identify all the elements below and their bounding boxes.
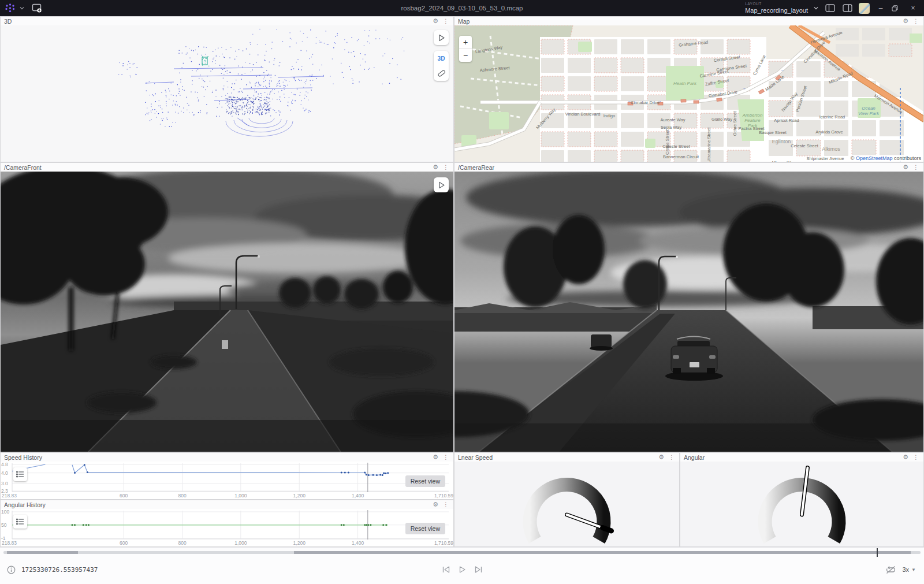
- seek-end-button[interactable]: [474, 566, 483, 574]
- x-axis-tick-label: 600: [120, 493, 128, 499]
- data-point-marker: [348, 472, 349, 474]
- panel-map-body[interactable]: ←→→→←→ Langtons WayAshmore StreetMulberr…: [454, 25, 923, 162]
- scrubber-playhead[interactable]: [877, 548, 878, 557]
- layout-chevron-down-icon[interactable]: [814, 6, 818, 10]
- settings-gear-icon[interactable]: ⚙: [658, 454, 664, 460]
- park-label: Ocean: [862, 106, 875, 111]
- kebab-menu-icon[interactable]: ⋮: [443, 165, 449, 170]
- settings-gear-icon[interactable]: ⚙: [433, 501, 438, 508]
- data-point-marker: [385, 473, 386, 474]
- kebab-menu-icon[interactable]: ⋮: [443, 18, 449, 24]
- app-logo-menu[interactable]: [5, 2, 16, 14]
- chevron-down-icon[interactable]: [20, 6, 24, 10]
- kebab-menu-icon[interactable]: ⋮: [913, 18, 919, 24]
- kebab-menu-icon[interactable]: ⋮: [443, 455, 449, 460]
- data-point-marker: [341, 472, 342, 474]
- street-label: Viridian Boulevard: [565, 111, 601, 117]
- panel-3d-body[interactable]: 3D: [1, 25, 453, 162]
- panel-camera-rear-header[interactable]: /CameraRear ⚙ ⋮: [454, 163, 923, 172]
- reset-view-button[interactable]: Reset view: [405, 523, 445, 534]
- interact-tool-button[interactable]: [434, 30, 449, 45]
- panel-3d-header[interactable]: 3D ⚙ ⋮: [1, 17, 453, 25]
- data-point-marker: [382, 474, 383, 476]
- plot-legend-button[interactable]: [13, 515, 27, 529]
- kebab-menu-icon[interactable]: ⋮: [443, 502, 449, 508]
- settings-gear-icon[interactable]: ⚙: [433, 18, 438, 24]
- ruler-icon: [437, 69, 445, 77]
- map-zoom-in-button[interactable]: +: [459, 36, 472, 49]
- panel-title: Lnear Speed: [454, 454, 493, 461]
- data-point-marker: [88, 524, 90, 526]
- street-label: Icterine Road: [819, 114, 845, 120]
- panel-angular-gauge-header[interactable]: Angular ⚙ ⋮: [680, 453, 923, 462]
- kebab-menu-icon[interactable]: ⋮: [669, 455, 675, 460]
- panel-camera-rear-body[interactable]: [454, 172, 923, 452]
- settings-gear-icon[interactable]: ⚙: [903, 18, 908, 24]
- panel-linear-speed-header[interactable]: Lnear Speed ⚙ ⋮: [454, 453, 679, 462]
- map-building: [717, 98, 722, 102]
- panel-camera-rear: /CameraRear ⚙ ⋮: [454, 162, 924, 452]
- settings-gear-icon[interactable]: ⚙: [433, 454, 438, 460]
- data-point-marker: [343, 524, 345, 526]
- settings-gear-icon[interactable]: ⚙: [903, 454, 908, 460]
- panel-title: Angular History: [1, 501, 46, 508]
- panel-title: /CameraFront: [1, 164, 42, 171]
- window-close-button[interactable]: ×: [908, 4, 918, 12]
- data-point-marker: [382, 524, 384, 526]
- data-point-marker: [87, 471, 88, 473]
- data-point-marker: [367, 524, 369, 526]
- data-point-marker: [344, 472, 346, 474]
- panel-title: 3D: [1, 18, 12, 25]
- x-axis-tick-label: 1,200: [293, 493, 306, 499]
- x-axis-tick-label: 800: [178, 540, 186, 546]
- panel-map-header[interactable]: Map ⚙ ⋮: [454, 17, 923, 25]
- panel-camera-front-header[interactable]: /CameraFront ⚙ ⋮: [1, 163, 453, 172]
- window-restore-button[interactable]: [892, 5, 902, 12]
- scrubber-loaded-segment[interactable]: [294, 551, 910, 554]
- data-point-marker: [364, 524, 366, 526]
- right-sidebar-toggle[interactable]: [841, 2, 853, 14]
- map-zoom-out-button[interactable]: −: [459, 49, 472, 62]
- linear-speed-gauge: [454, 462, 679, 546]
- layout-selector[interactable]: LAYOUT Map_recording_layout: [745, 2, 808, 14]
- seek-start-button[interactable]: [442, 566, 450, 574]
- reset-view-button[interactable]: Reset view: [405, 475, 445, 487]
- x-axis-tick-label: 1,000: [234, 540, 247, 546]
- camera-front-image: [1, 172, 453, 452]
- data-series-line: [72, 465, 388, 475]
- toggle-3d-button[interactable]: 3D: [434, 51, 449, 66]
- kebab-menu-icon[interactable]: ⋮: [913, 455, 919, 460]
- map-canvas: ←→→→←→ Langtons WayAshmore StreetMulberr…: [454, 25, 923, 162]
- speed-history-plot[interactable]: 4.84.03.02.36008001,0001,2001,400218.831…: [1, 462, 453, 499]
- scrubber-loaded-segment[interactable]: [7, 551, 77, 554]
- settings-gear-icon[interactable]: ⚙: [903, 164, 908, 170]
- y-axis-tick-label: 4.0: [1, 470, 8, 476]
- add-panel-button[interactable]: [31, 2, 43, 14]
- street-label: Ultramarine Street: [706, 127, 711, 162]
- camera-rear-image: [454, 172, 923, 452]
- timeline-scrubber[interactable]: [3, 551, 921, 554]
- data-point-marker: [387, 472, 389, 474]
- measure-tool-button[interactable]: [434, 66, 449, 81]
- y-axis-tick-label: 4.8: [1, 462, 8, 467]
- camera-follow-button[interactable]: [434, 177, 449, 192]
- openstreetmap-link[interactable]: OpenStreetMap: [856, 155, 893, 161]
- settings-gear-icon[interactable]: ⚙: [433, 164, 438, 170]
- window-minimize-button[interactable]: –: [875, 4, 886, 12]
- street-label: Celeste Street: [662, 144, 690, 149]
- x-axis-tick-label: 1,000: [234, 493, 247, 499]
- plot-legend-button[interactable]: [13, 467, 27, 481]
- play-button[interactable]: [459, 566, 466, 574]
- left-sidebar-toggle[interactable]: [824, 2, 836, 14]
- user-avatar[interactable]: [859, 3, 870, 14]
- oneway-arrow: →: [697, 96, 701, 101]
- street-label: Cinnabar Drive: [631, 100, 660, 105]
- angular-history-plot[interactable]: 10050-16008001,0001,2001,400218.831,710.…: [1, 509, 453, 546]
- kebab-menu-icon[interactable]: ⋮: [913, 165, 919, 170]
- panel-angular-history-header[interactable]: Angular History ⚙ ⋮: [1, 500, 453, 509]
- panel-speed-history-header[interactable]: Speed History ⚙ ⋮: [1, 453, 453, 462]
- oneway-arrow: ←: [781, 68, 785, 72]
- data-point-marker: [364, 472, 366, 474]
- layout-name: Map_recording_layout: [745, 8, 808, 14]
- panel-camera-front-body[interactable]: [1, 172, 453, 452]
